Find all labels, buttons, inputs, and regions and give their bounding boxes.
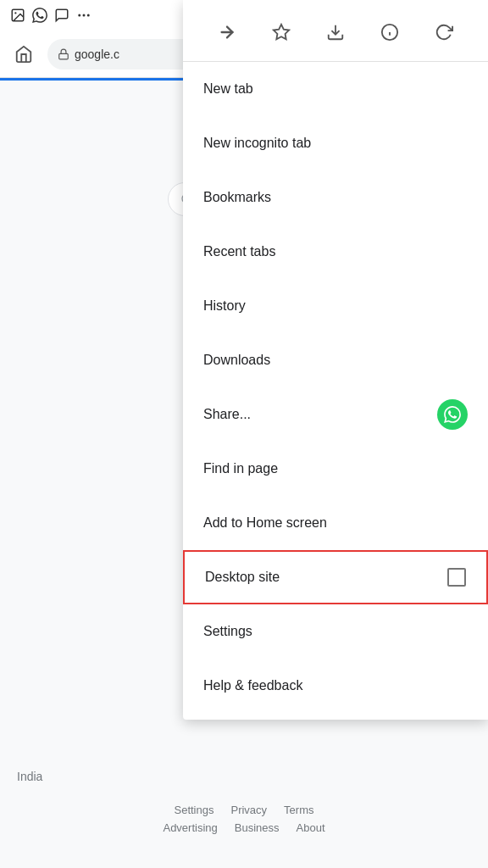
download-button[interactable] — [317, 14, 354, 51]
bookmark-button[interactable] — [263, 14, 300, 51]
bookmark-icon — [272, 23, 291, 42]
menu-item-downloads[interactable]: Downloads — [183, 333, 488, 387]
info-icon — [380, 23, 399, 42]
svg-marker-20 — [274, 25, 289, 39]
reload-button[interactable] — [425, 14, 463, 51]
dropdown-menu: New tab New incognito tab Bookmarks Rece… — [183, 0, 488, 720]
dropdown-toolbar — [183, 0, 488, 62]
forward-icon — [218, 23, 236, 42]
menu-item-help-feedback[interactable]: Help & feedback — [183, 659, 488, 713]
menu-item-recent-tabs[interactable]: Recent tabs — [183, 225, 488, 279]
menu-item-new-tab[interactable]: New tab — [183, 62, 488, 116]
whatsapp-share-icon — [437, 399, 468, 430]
forward-button[interactable] — [208, 14, 246, 51]
menu-item-bookmarks[interactable]: Bookmarks — [183, 170, 488, 225]
menu-item-new-incognito-tab[interactable]: New incognito tab — [183, 116, 488, 170]
info-button[interactable] — [371, 14, 408, 51]
dropdown-overlay: New tab New incognito tab Bookmarks Rece… — [0, 0, 488, 868]
menu-item-settings[interactable]: Settings — [183, 604, 488, 659]
desktop-site-checkbox[interactable] — [447, 568, 466, 587]
menu-item-history[interactable]: History — [183, 279, 488, 333]
menu-item-share[interactable]: Share... — [183, 387, 488, 442]
menu-item-desktop-site[interactable]: Desktop site — [183, 550, 488, 604]
reload-icon — [435, 23, 453, 42]
download-icon — [326, 23, 345, 42]
menu-item-find-in-page[interactable]: Find in page — [183, 442, 488, 496]
menu-item-add-to-home[interactable]: Add to Home screen — [183, 496, 488, 550]
